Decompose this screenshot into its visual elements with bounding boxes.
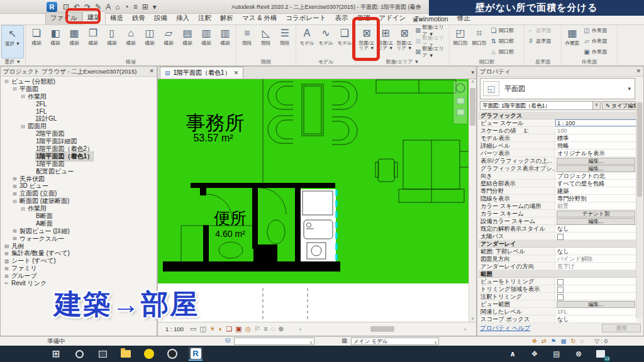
file-explorer-button[interactable]	[119, 347, 133, 361]
property-row[interactable]: 表示/グラフィックスの上... 編集...	[479, 157, 636, 165]
design-option-select[interactable]: メイン モデル∨	[351, 337, 439, 345]
ribbon-button[interactable]: ❏ 構築	[27, 25, 46, 58]
cortana-search-button[interactable]	[72, 347, 86, 361]
scrollbar-thumb[interactable]	[470, 88, 475, 126]
ribbon-tab[interactable]: マス & 外構	[238, 13, 281, 25]
windows-start-button[interactable]: ⊞	[49, 347, 63, 361]
ribbon-button[interactable]: ◫ 作業面	[582, 25, 616, 36]
property-row[interactable]: 詳細レベル 簡略	[479, 142, 636, 150]
view-tab[interactable]: ▤ 1階平面図（着色1） ✕	[160, 67, 243, 79]
ribbon-tab[interactable]: 表示	[331, 13, 353, 25]
ribbon-button[interactable]: ⌂ 開口部	[489, 47, 523, 57]
chevron-down-icon[interactable]: ▾	[628, 85, 631, 92]
property-row[interactable]: ビュー範囲 編集...	[479, 300, 636, 308]
property-row[interactable]: 範囲: 下部レベル なし	[479, 248, 636, 255]
ribbon-button[interactable]: ▱ 構築	[159, 25, 178, 58]
analytical-icon[interactable]: ⊕	[278, 325, 284, 333]
property-row[interactable]: 図面見方向 バインド解除	[479, 255, 636, 263]
vertical-scrollbar[interactable]: ∧ ∨	[469, 79, 476, 322]
hscroll-left-icon[interactable]: ‹	[299, 326, 301, 332]
ribbon-button[interactable]: # 基準面	[526, 36, 560, 47]
ribbon-button[interactable]: ≡ 階段	[238, 25, 257, 58]
ribbon-button[interactable]: ⊞ 部屋/エリア ▼	[414, 36, 448, 47]
tree-toggle-icon[interactable]: ⊟	[21, 206, 28, 212]
tree-item[interactable]: 2FL	[1, 101, 157, 108]
select-underlay-icon[interactable]: ⚑	[551, 337, 557, 344]
ribbon-button[interactable]: ☰ 階段	[275, 25, 294, 58]
tree-toggle-icon[interactable]: ⊞	[13, 191, 19, 197]
property-row[interactable]: 注釈トリミング	[479, 293, 636, 300]
filter-count[interactable]: ▽ : 0	[594, 337, 608, 344]
obs-studio-button[interactable]	[165, 347, 179, 361]
design-options-icon[interactable]: ▦	[341, 337, 347, 344]
tree-toggle-icon[interactable]: ⊟	[13, 86, 19, 92]
floor-plan-drawing[interactable]: 事務所 53.57 m² 便所 4.60 m²	[158, 79, 469, 323]
ribbon-button[interactable]: ❏ 開口部	[489, 25, 523, 36]
property-row[interactable]: 設備カラー スキーム 編集...	[479, 217, 636, 225]
tree-item[interactable]: 1階平面図（着色1）	[1, 153, 157, 160]
tree-toggle-icon[interactable]: ⊟	[21, 94, 28, 99]
ribbon-tab[interactable]: 鉄骨	[128, 13, 150, 25]
tree-toggle-icon[interactable]: ⊟	[4, 79, 11, 84]
ribbon-button[interactable]: ◺ 階段	[257, 25, 275, 58]
tile-views-icon[interactable]: ⊞	[142, 1, 148, 13]
property-row[interactable]: 太陽パス	[479, 233, 636, 240]
property-row[interactable]: スケールの値 1: 100	[479, 127, 636, 134]
ribbon-button[interactable]: ▦ 作業面	[563, 25, 582, 58]
task-view-button[interactable]	[96, 347, 109, 361]
ribbon-tab[interactable]: 設備	[150, 13, 172, 25]
property-row[interactable]: カラー スキームの場所 前景	[479, 202, 636, 210]
ribbon-display-toggle[interactable]: ▣ ▾	[410, 16, 425, 25]
ribbon-group-label[interactable]: 作業面	[563, 58, 616, 65]
tree-toggle-icon[interactable]: ⊟	[13, 199, 19, 204]
ribbon-button[interactable]: ▤ 構築	[178, 25, 197, 58]
ribbon-group-label[interactable]: モデル	[297, 58, 354, 65]
property-row[interactable]: 向き プロジェクトの北	[479, 172, 636, 180]
ribbon-button[interactable]: ▥ 構築	[197, 25, 216, 58]
property-row[interactable]: 範囲	[479, 270, 636, 278]
tree-toggle-icon[interactable]: ⊞	[4, 251, 11, 256]
property-row[interactable]: パーツ表示 オリジナルを表示	[479, 150, 636, 157]
crop-view-icon[interactable]: ▭	[190, 325, 196, 333]
ribbon-button[interactable]: ◫ 構築	[140, 25, 159, 58]
view-scale-button[interactable]: 1 : 100	[165, 326, 184, 332]
ribbon-button[interactable]: ↖ 選択 ▼	[1, 25, 24, 58]
ribbon-button[interactable]: A モデル	[297, 25, 316, 58]
property-row[interactable]: トリミング領域を表示	[479, 285, 636, 293]
revit-app-menu-icon[interactable]: R	[47, 2, 57, 12]
qat-customize-icon[interactable]: ▾	[153, 1, 157, 13]
ribbon-group-label[interactable]: 構築	[27, 58, 235, 65]
property-row[interactable]: アンダーレイの方向 見下げ	[479, 263, 636, 270]
dropbox-icon[interactable]: ❖	[528, 347, 541, 361]
property-row[interactable]: グラフィックス	[479, 112, 636, 119]
property-row[interactable]: 専門分野 建築	[479, 187, 636, 195]
property-row[interactable]: モデル表示 標準	[479, 134, 636, 142]
ribbon-group-label[interactable]: 開口部	[451, 58, 523, 65]
ribbon-button[interactable]: ▦ 構築	[65, 25, 84, 58]
ribbon-tab[interactable]: アドイン	[375, 13, 411, 25]
property-row[interactable]: スコープ ボックス なし	[479, 315, 636, 323]
ribbon-group-label[interactable]: 基準面	[526, 58, 560, 65]
property-row[interactable]: グラフィックス表示オプシ... 編集...	[479, 165, 636, 172]
tree-item[interactable]: B断面	[1, 212, 157, 220]
ribbon-button[interactable]: ▣ 作業面	[582, 47, 616, 57]
tree-item[interactable]: 1FL	[1, 108, 157, 116]
property-row[interactable]: ビュー スケール 1 : 100	[479, 119, 636, 127]
worksets-icon[interactable]: ⛁	[225, 337, 230, 344]
ime-keyboard-icon[interactable]: ▤	[550, 347, 564, 361]
properties-scrollbar[interactable]	[636, 101, 643, 318]
property-row[interactable]: 関連したレベル 1FL	[479, 308, 636, 315]
tree-toggle-icon[interactable]: ⊞	[13, 236, 19, 241]
ribbon-tab[interactable]: 注釈	[194, 13, 216, 25]
app-yellow-button[interactable]	[142, 347, 156, 361]
text-icon[interactable]: A	[106, 1, 111, 13]
ribbon-button[interactable]: ⇅ 開口部	[489, 36, 523, 47]
temporary-properties-icon[interactable]: ⚐	[254, 325, 260, 333]
home-view-icon[interactable]: ⌂	[115, 1, 119, 13]
ribbon-button[interactable]: ❑ モデル	[335, 25, 354, 58]
select-links-icon[interactable]: ✥	[532, 337, 537, 344]
tray-app-icon[interactable]: ⊗	[572, 347, 586, 361]
notifications-button[interactable]: 13	[594, 347, 608, 361]
tree-toggle-icon[interactable]: ⊞	[13, 228, 19, 234]
ribbon-button[interactable]: ▯ 構築	[103, 25, 121, 58]
